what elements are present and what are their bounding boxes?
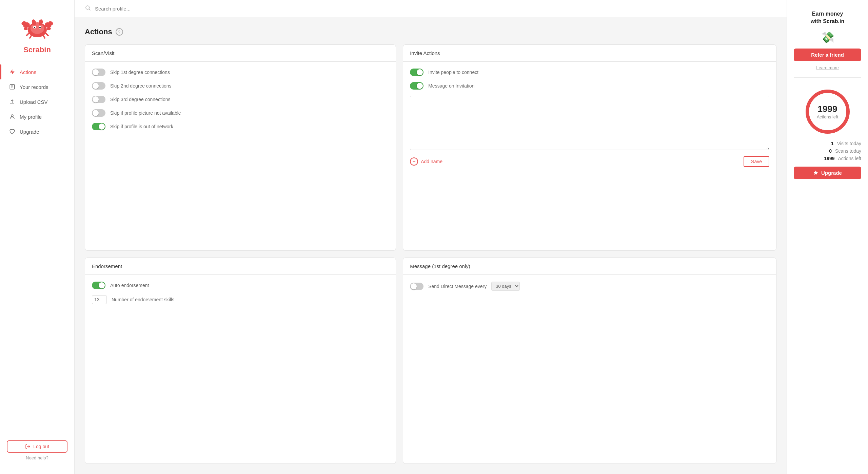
sidebar-item-actions[interactable]: Actions — [3, 64, 71, 79]
send-message-label: Send Direct Message every — [428, 284, 487, 289]
message-body: Send Direct Message every 30 days 7 days… — [403, 275, 776, 298]
toggle-skip-1st: Skip 1st degree connections — [92, 69, 389, 76]
svg-point-23 — [11, 115, 13, 117]
message-card: Message (1st degree only) Send Direct Me… — [403, 258, 776, 464]
svg-line-12 — [26, 32, 30, 36]
sidebar-bottom: Log out Need help? — [0, 434, 74, 467]
logout-label: Log out — [33, 444, 49, 449]
sidebar-item-upgrade[interactable]: Upgrade — [3, 124, 71, 139]
earn-title: Earn moneywith Scrab.in — [794, 10, 861, 25]
logout-icon — [25, 444, 31, 449]
sidebar-label-upload: Upload CSV — [20, 99, 48, 105]
sidebar-item-profile[interactable]: My profile — [3, 109, 71, 124]
message-invitation-label: Message on Invitation — [428, 83, 474, 89]
stat-actions: 1999 Actions left — [794, 156, 861, 161]
message-header: Message (1st degree only) — [403, 258, 776, 275]
svg-point-1 — [31, 23, 44, 34]
auto-endorsement-switch[interactable] — [92, 282, 105, 289]
stat-visits: 1 Visits today — [794, 141, 861, 146]
sidebar-item-records[interactable]: Your records — [3, 79, 71, 94]
upload-icon — [9, 98, 16, 105]
toggle-skip-1st-switch[interactable] — [92, 69, 105, 76]
sidebar-label-records: Your records — [20, 84, 48, 90]
earn-section: Earn moneywith Scrab.in 💸 Refer a friend… — [794, 10, 861, 78]
search-input[interactable] — [95, 6, 197, 12]
save-button[interactable]: Save — [744, 156, 769, 167]
actions-number: 1999 — [817, 104, 839, 114]
invite-textarea[interactable] — [410, 96, 769, 150]
endorsement-card: Endorsement Auto endorsement — [85, 258, 396, 464]
endorsement-header: Endorsement — [85, 258, 396, 275]
sidebar-label-actions: Actions — [20, 69, 36, 75]
scan-visit-header: Scan/Visit — [85, 45, 396, 62]
logo-icon — [20, 10, 54, 44]
add-name-button[interactable]: + Add name — [410, 157, 442, 166]
refer-button[interactable]: Refer a friend — [794, 49, 861, 61]
stat-scans: 0 Scans today — [794, 148, 861, 154]
svg-point-4 — [34, 27, 35, 28]
sidebar: Scrabin Actions Your records Upload CSV — [0, 0, 75, 474]
invite-connect-row: Invite people to connect — [410, 69, 769, 76]
search-bar — [75, 0, 787, 17]
sidebar-item-upload[interactable]: Upload CSV — [3, 94, 71, 109]
svg-line-14 — [45, 32, 48, 36]
person-icon — [9, 113, 16, 120]
scans-label: Scans today — [835, 148, 861, 154]
logout-button[interactable]: Log out — [7, 440, 67, 453]
star-icon — [813, 170, 818, 175]
invite-actions-body: Invite people to connect Message on Invi… — [403, 62, 776, 174]
actions-left-value: 1999 — [821, 156, 835, 161]
actions-counter: 1999 Actions left 1 Visits today 0 Scans… — [794, 84, 861, 179]
invite-connect-label: Invite people to connect — [428, 70, 478, 75]
endorsement-num-label: Number of endorsement skills — [112, 297, 174, 302]
visits-label: Visits today — [837, 141, 861, 146]
svg-line-26 — [89, 9, 91, 11]
need-help-link[interactable]: Need help? — [26, 455, 48, 460]
toggle-skip-nopic-switch[interactable] — [92, 109, 105, 117]
days-select[interactable]: 30 days 7 days 14 days — [491, 282, 520, 291]
search-icon — [85, 5, 91, 12]
content-area: Actions ? Scan/Visit — [75, 17, 787, 474]
add-name-label: Add name — [421, 159, 442, 164]
message-invitation-row: Message on Invitation — [410, 82, 769, 90]
actions-left-label: Actions left — [838, 156, 861, 161]
send-message-switch[interactable] — [410, 283, 423, 290]
toggle-skip-network-switch[interactable] — [92, 123, 105, 130]
scan-visit-card: Scan/Visit Skip 1st degree connections — [85, 44, 396, 251]
auto-endorsement-row: Auto endorsement — [92, 282, 389, 289]
upgrade-button[interactable]: Upgrade — [794, 167, 861, 179]
toggle-skip-network-label: Skip if profile is out of network — [110, 124, 173, 129]
cards-row: Scan/Visit Skip 1st degree connections — [85, 44, 776, 464]
lightning-icon — [9, 69, 16, 75]
message-invitation-switch[interactable] — [410, 82, 423, 90]
toggle-skip-nopic-label: Skip if profile picture not available — [110, 110, 181, 116]
heart-icon — [9, 128, 16, 135]
scans-value: 0 — [818, 148, 832, 154]
endorsement-num-input[interactable] — [92, 295, 107, 304]
learn-more-link[interactable]: Learn more — [816, 65, 839, 70]
help-icon[interactable]: ? — [116, 28, 123, 36]
stats-row: 1 Visits today 0 Scans today 1999 Action… — [794, 141, 861, 161]
toggle-skip-2nd: Skip 2nd degree connections — [92, 82, 389, 90]
svg-point-25 — [86, 6, 90, 10]
toggle-skip-3rd-switch[interactable] — [92, 96, 105, 103]
svg-point-5 — [39, 27, 41, 28]
page-header: Actions ? — [85, 27, 776, 36]
app-name: Scrabin — [23, 45, 51, 54]
page-title: Actions — [85, 27, 112, 36]
toggle-skip-1st-label: Skip 1st degree connections — [110, 70, 170, 75]
toggle-skip-3rd-label: Skip 3rd degree connections — [110, 97, 170, 102]
right-panel: Earn moneywith Scrab.in 💸 Refer a friend… — [787, 0, 868, 474]
toggle-skip-2nd-switch[interactable] — [92, 82, 105, 90]
actions-label: Actions left — [817, 114, 839, 119]
toggle-skip-nopic: Skip if profile picture not available — [92, 109, 389, 117]
records-icon — [9, 83, 16, 90]
upgrade-label: Upgrade — [821, 170, 842, 176]
money-emoji: 💸 — [794, 31, 861, 44]
invite-connect-switch[interactable] — [410, 69, 423, 76]
invite-actions-header: Invite Actions — [403, 45, 776, 62]
send-message-row: Send Direct Message every 30 days 7 days… — [410, 282, 769, 291]
svg-marker-29 — [813, 171, 818, 175]
nav-items: Actions Your records Upload CSV My profi… — [0, 64, 74, 434]
add-name-plus-icon: + — [410, 157, 418, 166]
